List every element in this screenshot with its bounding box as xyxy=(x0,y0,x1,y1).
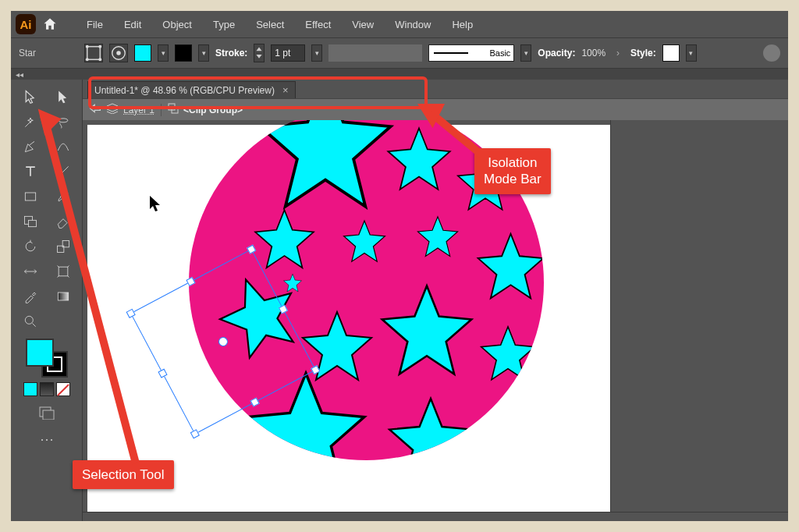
menu-help[interactable]: Help xyxy=(442,16,482,34)
menu-edit[interactable]: Edit xyxy=(115,16,151,34)
stroke-stepper-icon[interactable] xyxy=(254,44,265,62)
svg-point-3 xyxy=(86,58,89,61)
menu-file[interactable]: File xyxy=(77,16,112,34)
editor-main: Untitled-1* @ 48.96 % (RGB/CPU Preview) … xyxy=(83,80,788,521)
eyedropper-tool-icon[interactable] xyxy=(15,284,46,309)
paintbrush-tool-icon[interactable] xyxy=(48,184,79,209)
annotation-outline xyxy=(88,76,428,109)
screen-mode-icon[interactable] xyxy=(38,406,55,420)
svg-rect-13 xyxy=(58,293,68,300)
workspace: ⋯ Untitled-1* @ 48.96 % (RGB/CPU Preview… xyxy=(11,80,788,521)
opacity-value[interactable]: 100% xyxy=(581,48,605,59)
lasso-tool-icon[interactable] xyxy=(48,109,79,134)
style-dropdown-icon[interactable]: ▾ xyxy=(686,44,697,62)
draw-modes xyxy=(23,382,70,396)
curvature-tool-icon[interactable] xyxy=(48,134,79,159)
edit-toolbar-icon[interactable]: ⋯ xyxy=(40,431,54,448)
svg-point-1 xyxy=(86,45,89,48)
zoom-tool-icon[interactable] xyxy=(15,309,46,334)
target-icon[interactable] xyxy=(109,44,128,62)
svg-rect-9 xyxy=(28,220,36,226)
stroke-dropdown-icon[interactable]: ▾ xyxy=(198,44,209,62)
handle[interactable] xyxy=(126,309,136,318)
menu-view[interactable]: View xyxy=(343,16,383,34)
menu-select[interactable]: Select xyxy=(247,16,293,34)
handle[interactable] xyxy=(190,429,200,438)
magic-wand-tool-icon[interactable] xyxy=(15,109,46,134)
stroke-label: Stroke: xyxy=(215,48,247,59)
handle[interactable] xyxy=(186,277,195,286)
menu-bar: Ai File Edit Object Type Select Effect V… xyxy=(11,11,788,37)
shaper-tool-icon[interactable] xyxy=(15,209,46,234)
rotate-tool-icon[interactable] xyxy=(15,234,46,259)
active-tool-label: Star xyxy=(19,48,36,59)
fill-dropdown-icon[interactable]: ▾ xyxy=(158,44,169,62)
status-bar xyxy=(83,512,788,521)
stroke-weight-dropdown-icon[interactable]: ▾ xyxy=(311,44,322,62)
scale-tool-icon[interactable] xyxy=(48,234,79,259)
svg-rect-16 xyxy=(43,410,54,420)
options-bar: Star ▾ ▾ Stroke: 1 pt ▾ Basic ▾ Opacity:… xyxy=(11,37,788,69)
line-tool-icon[interactable] xyxy=(48,159,79,184)
cursor-icon xyxy=(148,195,162,215)
direct-selection-tool-icon[interactable] xyxy=(48,84,79,109)
svg-point-4 xyxy=(98,58,101,61)
type-tool-icon[interactable] xyxy=(15,159,46,184)
svg-rect-7 xyxy=(25,193,35,200)
blank-tool xyxy=(48,309,79,334)
annotation-isolation-bar: Isolation Mode Bar xyxy=(474,148,551,194)
style-label: Style: xyxy=(630,48,656,59)
fill-stroke-swatch[interactable] xyxy=(26,339,68,378)
style-swatch[interactable] xyxy=(662,44,680,62)
illustrator-window: Ai File Edit Object Type Select Effect V… xyxy=(11,11,788,521)
width-tool-icon[interactable] xyxy=(15,259,46,284)
annotation-selection-tool: Selection Tool xyxy=(73,460,174,489)
chevron-right-icon[interactable]: › xyxy=(616,48,620,59)
brush-dropdown-icon[interactable]: ▾ xyxy=(520,44,531,62)
menu-object[interactable]: Object xyxy=(153,16,201,34)
cloud-sync-icon[interactable] xyxy=(763,44,780,62)
svg-rect-11 xyxy=(62,241,69,247)
stroke-weight-input[interactable]: 1 pt xyxy=(271,44,305,62)
home-icon[interactable] xyxy=(38,16,62,32)
color-mode-icon[interactable] xyxy=(23,382,37,396)
variable-width-profile[interactable] xyxy=(328,44,422,62)
right-panel-gutter xyxy=(610,120,694,521)
none-mode-icon[interactable] xyxy=(56,382,70,396)
svg-point-6 xyxy=(116,51,121,55)
app-logo-icon: Ai xyxy=(16,14,36,34)
menu-type[interactable]: Type xyxy=(204,16,244,34)
svg-point-2 xyxy=(98,45,101,48)
fill-swatch[interactable] xyxy=(134,44,151,62)
eraser-tool-icon[interactable] xyxy=(48,209,79,234)
opacity-label: Opacity: xyxy=(538,48,575,59)
free-transform-tool-icon[interactable] xyxy=(48,259,79,284)
gradient-tool-icon[interactable] xyxy=(48,284,79,309)
menu-window[interactable]: Window xyxy=(385,16,440,34)
svg-rect-12 xyxy=(59,267,68,276)
brush-definition[interactable]: Basic xyxy=(428,44,514,62)
rectangle-tool-icon[interactable] xyxy=(15,184,46,209)
pen-tool-icon[interactable] xyxy=(15,134,46,159)
selection-tool-icon[interactable] xyxy=(15,84,46,109)
handle[interactable] xyxy=(158,369,167,378)
toolbox: ⋯ xyxy=(11,80,83,521)
menu-effect[interactable]: Effect xyxy=(296,16,340,34)
gradient-mode-icon[interactable] xyxy=(40,382,54,396)
bounding-box-icon[interactable] xyxy=(84,44,103,62)
svg-rect-0 xyxy=(87,47,101,60)
svg-point-14 xyxy=(25,316,33,324)
selection-center-icon[interactable] xyxy=(217,335,229,348)
svg-rect-10 xyxy=(57,246,63,252)
canvas-area[interactable] xyxy=(83,120,788,521)
stroke-swatch[interactable] xyxy=(175,44,192,62)
